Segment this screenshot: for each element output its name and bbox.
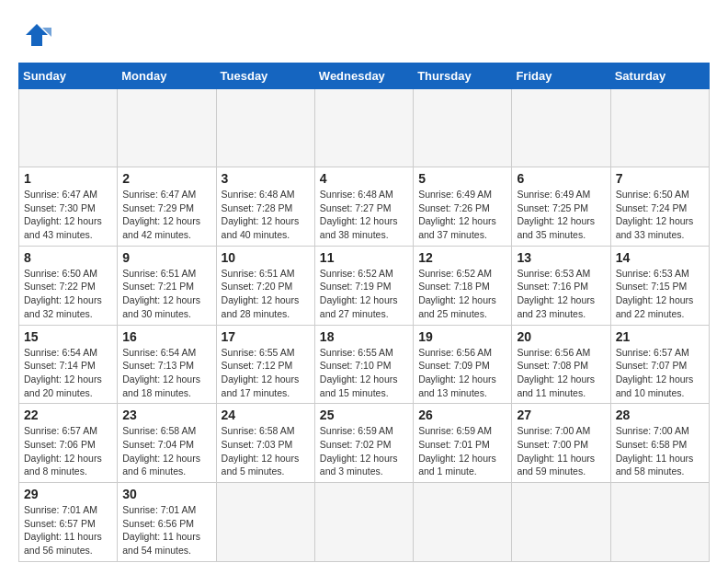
day-info: Sunrise: 6:57 AMSunset: 7:06 PMDaylight:… bbox=[24, 424, 112, 478]
day-number: 25 bbox=[320, 408, 408, 422]
day-info: Sunrise: 7:01 AMSunset: 6:57 PMDaylight:… bbox=[24, 503, 112, 557]
calendar-cell: 17Sunrise: 6:55 AMSunset: 7:12 PMDayligh… bbox=[216, 325, 314, 404]
calendar-cell: 19Sunrise: 6:56 AMSunset: 7:09 PMDayligh… bbox=[414, 325, 512, 404]
day-info: Sunrise: 6:48 AMSunset: 7:27 PMDaylight:… bbox=[320, 188, 408, 242]
day-number: 27 bbox=[517, 408, 605, 422]
calendar-cell bbox=[414, 483, 512, 562]
logo bbox=[18, 18, 57, 53]
calendar-week-0 bbox=[19, 89, 710, 167]
day-info: Sunrise: 6:54 AMSunset: 7:13 PMDaylight:… bbox=[122, 346, 210, 400]
day-info: Sunrise: 7:00 AMSunset: 6:58 PMDaylight:… bbox=[616, 424, 704, 478]
day-info: Sunrise: 6:56 AMSunset: 7:09 PMDaylight:… bbox=[418, 346, 506, 400]
calendar-cell: 13Sunrise: 6:53 AMSunset: 7:16 PMDayligh… bbox=[512, 246, 610, 325]
calendar-cell: 22Sunrise: 6:57 AMSunset: 7:06 PMDayligh… bbox=[19, 404, 118, 483]
calendar-header-monday: Monday bbox=[118, 63, 216, 89]
day-number: 19 bbox=[418, 329, 506, 344]
calendar-cell: 23Sunrise: 6:58 AMSunset: 7:04 PMDayligh… bbox=[118, 404, 216, 483]
calendar-cell: 12Sunrise: 6:52 AMSunset: 7:18 PMDayligh… bbox=[414, 246, 512, 325]
day-number: 16 bbox=[122, 329, 210, 344]
calendar-cell: 1Sunrise: 6:47 AMSunset: 7:30 PMDaylight… bbox=[19, 167, 118, 247]
day-number: 26 bbox=[418, 408, 506, 422]
day-number: 6 bbox=[517, 171, 605, 186]
day-number: 20 bbox=[517, 329, 605, 344]
calendar-cell bbox=[414, 89, 512, 167]
day-number: 14 bbox=[616, 250, 704, 265]
calendar-cell bbox=[610, 483, 709, 562]
calendar-header-thursday: Thursday bbox=[414, 63, 512, 89]
day-number: 30 bbox=[122, 487, 210, 501]
day-number: 3 bbox=[222, 171, 310, 186]
calendar-cell: 25Sunrise: 6:59 AMSunset: 7:02 PMDayligh… bbox=[314, 404, 413, 483]
calendar-cell: 21Sunrise: 6:57 AMSunset: 7:07 PMDayligh… bbox=[610, 325, 709, 404]
calendar-cell bbox=[216, 89, 314, 167]
calendar-cell: 24Sunrise: 6:58 AMSunset: 7:03 PMDayligh… bbox=[216, 404, 314, 483]
calendar-cell bbox=[512, 89, 610, 167]
day-info: Sunrise: 6:51 AMSunset: 7:21 PMDaylight:… bbox=[122, 267, 210, 321]
day-info: Sunrise: 6:57 AMSunset: 7:07 PMDaylight:… bbox=[616, 346, 704, 400]
day-info: Sunrise: 6:52 AMSunset: 7:18 PMDaylight:… bbox=[418, 267, 506, 321]
calendar-cell: 7Sunrise: 6:50 AMSunset: 7:24 PMDaylight… bbox=[610, 167, 709, 247]
day-info: Sunrise: 6:59 AMSunset: 7:02 PMDaylight:… bbox=[320, 424, 408, 478]
day-number: 1 bbox=[24, 171, 112, 186]
day-number: 7 bbox=[616, 171, 704, 186]
day-number: 2 bbox=[122, 171, 210, 186]
day-number: 22 bbox=[24, 408, 112, 422]
calendar-cell: 2Sunrise: 6:47 AMSunset: 7:29 PMDaylight… bbox=[118, 167, 216, 247]
day-number: 10 bbox=[222, 250, 310, 265]
day-info: Sunrise: 7:01 AMSunset: 6:56 PMDaylight:… bbox=[122, 503, 210, 557]
calendar-cell: 20Sunrise: 6:56 AMSunset: 7:08 PMDayligh… bbox=[512, 325, 610, 404]
calendar-cell: 30Sunrise: 7:01 AMSunset: 6:56 PMDayligh… bbox=[118, 483, 216, 562]
calendar-header-tuesday: Tuesday bbox=[216, 63, 314, 89]
day-info: Sunrise: 6:53 AMSunset: 7:16 PMDaylight:… bbox=[517, 267, 605, 321]
day-number: 17 bbox=[222, 329, 310, 344]
calendar-cell: 10Sunrise: 6:51 AMSunset: 7:20 PMDayligh… bbox=[216, 246, 314, 325]
day-number: 29 bbox=[24, 487, 112, 501]
day-number: 8 bbox=[24, 250, 112, 265]
calendar-week-3: 15Sunrise: 6:54 AMSunset: 7:14 PMDayligh… bbox=[19, 325, 710, 404]
calendar-cell: 5Sunrise: 6:49 AMSunset: 7:26 PMDaylight… bbox=[414, 167, 512, 247]
calendar-week-2: 8Sunrise: 6:50 AMSunset: 7:22 PMDaylight… bbox=[19, 246, 710, 325]
day-info: Sunrise: 6:49 AMSunset: 7:25 PMDaylight:… bbox=[517, 188, 605, 242]
day-info: Sunrise: 7:00 AMSunset: 7:00 PMDaylight:… bbox=[517, 424, 605, 478]
day-info: Sunrise: 6:51 AMSunset: 7:20 PMDaylight:… bbox=[222, 267, 310, 321]
day-info: Sunrise: 6:47 AMSunset: 7:30 PMDaylight:… bbox=[24, 188, 112, 242]
calendar-cell bbox=[118, 89, 216, 167]
calendar-cell: 8Sunrise: 6:50 AMSunset: 7:22 PMDaylight… bbox=[19, 246, 118, 325]
calendar-header-sunday: Sunday bbox=[19, 63, 118, 89]
day-info: Sunrise: 6:58 AMSunset: 7:04 PMDaylight:… bbox=[122, 424, 210, 478]
day-number: 21 bbox=[616, 329, 704, 344]
calendar-cell bbox=[610, 89, 709, 167]
calendar-cell: 14Sunrise: 6:53 AMSunset: 7:15 PMDayligh… bbox=[610, 246, 709, 325]
calendar-cell: 15Sunrise: 6:54 AMSunset: 7:14 PMDayligh… bbox=[19, 325, 118, 404]
calendar-header-row: SundayMondayTuesdayWednesdayThursdayFrid… bbox=[19, 63, 710, 89]
calendar-cell: 16Sunrise: 6:54 AMSunset: 7:13 PMDayligh… bbox=[118, 325, 216, 404]
calendar-cell bbox=[314, 89, 413, 167]
calendar-week-1: 1Sunrise: 6:47 AMSunset: 7:30 PMDaylight… bbox=[19, 167, 710, 247]
calendar-cell bbox=[216, 483, 314, 562]
calendar-table: SundayMondayTuesdayWednesdayThursdayFrid… bbox=[18, 63, 710, 562]
logo-icon bbox=[18, 18, 53, 53]
calendar-cell: 18Sunrise: 6:55 AMSunset: 7:10 PMDayligh… bbox=[314, 325, 413, 404]
calendar-cell: 3Sunrise: 6:48 AMSunset: 7:28 PMDaylight… bbox=[216, 167, 314, 247]
calendar-cell bbox=[19, 89, 118, 167]
day-info: Sunrise: 6:48 AMSunset: 7:28 PMDaylight:… bbox=[222, 188, 310, 242]
day-info: Sunrise: 6:53 AMSunset: 7:15 PMDaylight:… bbox=[616, 267, 704, 321]
calendar-cell bbox=[512, 483, 610, 562]
day-number: 11 bbox=[320, 250, 408, 265]
day-info: Sunrise: 6:55 AMSunset: 7:12 PMDaylight:… bbox=[222, 346, 310, 400]
day-info: Sunrise: 6:54 AMSunset: 7:14 PMDaylight:… bbox=[24, 346, 112, 400]
calendar-cell: 28Sunrise: 7:00 AMSunset: 6:58 PMDayligh… bbox=[610, 404, 709, 483]
calendar-cell: 4Sunrise: 6:48 AMSunset: 7:27 PMDaylight… bbox=[314, 167, 413, 247]
calendar-header-friday: Friday bbox=[512, 63, 610, 89]
day-info: Sunrise: 6:47 AMSunset: 7:29 PMDaylight:… bbox=[122, 188, 210, 242]
day-info: Sunrise: 6:59 AMSunset: 7:01 PMDaylight:… bbox=[418, 424, 506, 478]
day-number: 4 bbox=[320, 171, 408, 186]
day-number: 24 bbox=[222, 408, 310, 422]
calendar-header-saturday: Saturday bbox=[610, 63, 709, 89]
calendar-week-5: 29Sunrise: 7:01 AMSunset: 6:57 PMDayligh… bbox=[19, 483, 710, 562]
calendar-cell: 11Sunrise: 6:52 AMSunset: 7:19 PMDayligh… bbox=[314, 246, 413, 325]
day-info: Sunrise: 6:50 AMSunset: 7:24 PMDaylight:… bbox=[616, 188, 704, 242]
day-number: 12 bbox=[418, 250, 506, 265]
calendar-cell bbox=[314, 483, 413, 562]
day-number: 18 bbox=[320, 329, 408, 344]
